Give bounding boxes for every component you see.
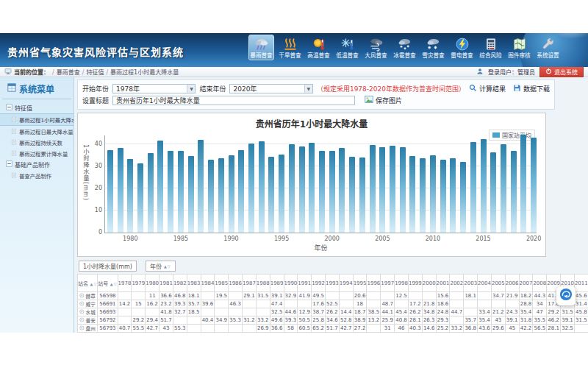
year-header-1998[interactable]: 1998: [395, 275, 409, 292]
bar-2005[interactable]: [379, 147, 385, 233]
sidebar-item-0-1[interactable]: 暴雨过程日最大降水量: [0, 126, 74, 137]
year-header-1990[interactable]: 1990: [284, 275, 298, 292]
calculate-button[interactable]: 计算结果: [469, 84, 506, 93]
toolbar-item-1[interactable]: 干旱普查: [277, 35, 303, 60]
bar-2018[interactable]: [511, 151, 517, 233]
bar-1984[interactable]: [168, 151, 173, 233]
bar-1991[interactable]: [238, 150, 244, 233]
sidebar-item-0-0[interactable]: 暴雨过程1小时最大降水量: [0, 113, 74, 126]
toolbar-item-3[interactable]: 低温普查: [334, 35, 360, 60]
year-header-1978[interactable]: 1978: [118, 275, 132, 292]
year-header-2002[interactable]: 2002: [450, 275, 464, 292]
bar-1990[interactable]: [229, 155, 234, 233]
sidebar-item-0-3[interactable]: 暴雨过程累计降水量: [0, 148, 74, 159]
station-name-cell[interactable]: 桐梓: [78, 333, 98, 333]
bar-1981[interactable]: [137, 163, 143, 233]
toolbar-item-0[interactable]: 暴雨普查: [248, 35, 274, 60]
station-name-cell[interactable]: 赫章: [78, 292, 98, 300]
bar-2008[interactable]: [409, 156, 415, 233]
sidebar-group-1[interactable]: 基础产品制作: [0, 159, 74, 170]
bar-1992[interactable]: [248, 144, 254, 233]
bar-1982[interactable]: [148, 153, 154, 233]
sort-icons[interactable]: ▲▽: [164, 264, 171, 269]
year-header-1993[interactable]: 1993: [325, 275, 339, 292]
end-year-select[interactable]: 2020年▼: [229, 84, 312, 93]
toolbar-item-6[interactable]: 雪灾普查: [420, 35, 446, 60]
year-header-1985[interactable]: 1985: [215, 275, 229, 292]
year-header-1996[interactable]: 1996: [367, 275, 381, 292]
bar-1978[interactable]: [107, 150, 113, 233]
year-header-1995[interactable]: 1995: [353, 275, 367, 292]
toolbar-item-10[interactable]: 系统设置: [535, 35, 561, 60]
year-header-1997[interactable]: 1997: [381, 275, 395, 292]
save-image-button[interactable]: 保存图片: [365, 95, 402, 105]
bar-2000[interactable]: [329, 151, 335, 233]
bar-2011[interactable]: [440, 160, 446, 233]
year-header-1994[interactable]: 1994: [339, 275, 353, 292]
bar-1987[interactable]: [198, 140, 204, 233]
year-header-1999[interactable]: 1999: [408, 275, 422, 292]
year-header-1992[interactable]: 1992: [312, 275, 326, 292]
year-header-2007[interactable]: 2007: [519, 275, 533, 292]
year-header-2004[interactable]: 2004: [478, 275, 492, 292]
bar-2016[interactable]: [490, 152, 496, 233]
sort-icons[interactable]: ▲▽: [108, 282, 117, 286]
year-header-2011[interactable]: 2011: [574, 275, 588, 292]
bar-2010[interactable]: [430, 155, 436, 233]
breadcrumb-item-1[interactable]: 特征值: [86, 69, 104, 76]
download-button[interactable]: 数据下载: [513, 84, 550, 93]
toolbar-item-8[interactable]: 综合风险: [478, 35, 503, 60]
year-header-1988[interactable]: 1988: [256, 275, 270, 292]
start-year-select[interactable]: 1978年▼: [112, 84, 196, 93]
toolbar-item-2[interactable]: 高温普查: [306, 35, 331, 60]
sidebar-item-0-2[interactable]: 暴雨过程持续天数: [0, 137, 74, 148]
bar-2009[interactable]: [420, 158, 426, 233]
bar-1979[interactable]: [118, 148, 123, 233]
bar-2020[interactable]: [531, 138, 537, 233]
station-name-cell[interactable]: 水城: [78, 308, 98, 316]
bar-1986[interactable]: [188, 156, 194, 233]
bar-1983[interactable]: [157, 141, 163, 233]
year-header-2008[interactable]: 2008: [533, 275, 547, 292]
station-id-header[interactable]: 站号 ▲▽: [98, 275, 118, 292]
year-header-1980[interactable]: 1980: [146, 275, 159, 292]
year-header-2001[interactable]: 2001: [436, 275, 450, 292]
year-header-2003[interactable]: 2003: [464, 275, 478, 292]
sort-icons[interactable]: ▲▽: [88, 282, 97, 286]
bar-1997[interactable]: [299, 146, 305, 233]
station-name-cell[interactable]: 盘州: [78, 325, 98, 333]
year-header-2000[interactable]: 2000: [422, 275, 436, 292]
breadcrumb-item-0[interactable]: 暴雨普查: [57, 69, 80, 76]
year-header-1979[interactable]: 1979: [132, 275, 146, 292]
bar-2003[interactable]: [359, 158, 365, 233]
bar-2006[interactable]: [390, 146, 395, 233]
bar-1980[interactable]: [127, 159, 133, 233]
year-header-2006[interactable]: 2006: [505, 275, 519, 292]
bar-1995[interactable]: [279, 155, 284, 233]
toolbar-item-9[interactable]: 图件审核: [506, 35, 532, 60]
bar-1996[interactable]: [289, 144, 295, 233]
year-header-1983[interactable]: 1983: [187, 275, 201, 292]
bar-1994[interactable]: [268, 157, 274, 233]
bar-2013[interactable]: [460, 162, 466, 233]
bar-2001[interactable]: [339, 148, 345, 233]
bar-1999[interactable]: [319, 151, 325, 233]
bar-2004[interactable]: [370, 145, 376, 233]
station-name-header[interactable]: 站名 ▲▽: [78, 275, 98, 292]
bar-2012[interactable]: [450, 158, 456, 233]
bar-1989[interactable]: [218, 158, 224, 233]
station-name-cell[interactable]: 威宁: [78, 300, 98, 308]
floating-widget[interactable]: [556, 286, 576, 305]
bar-2015[interactable]: [481, 139, 487, 233]
toolbar-item-5[interactable]: 冰雹普查: [392, 35, 417, 60]
toolbar-item-4[interactable]: 大风普查: [363, 35, 389, 60]
breadcrumb-item-2[interactable]: 暴雨过程1小时最大降水量: [110, 69, 179, 76]
year-header-1982[interactable]: 1982: [173, 275, 187, 292]
year-header-1989[interactable]: 1989: [270, 275, 284, 292]
sidebar-item-1-0[interactable]: 普查产品制作: [0, 170, 74, 181]
year-header-1987[interactable]: 1987: [243, 275, 257, 292]
bar-1985[interactable]: [178, 151, 184, 233]
bar-2019[interactable]: [520, 135, 526, 233]
logout-button[interactable]: 退出系统: [539, 66, 584, 78]
station-name-cell[interactable]: 普安: [78, 316, 98, 325]
